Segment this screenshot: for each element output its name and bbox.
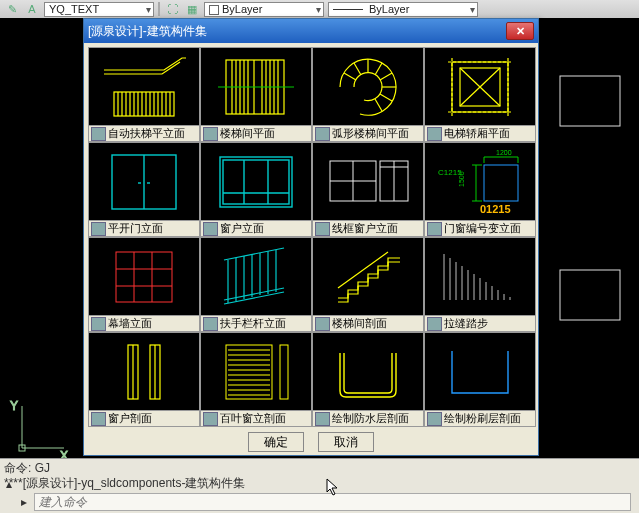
pen-icon[interactable]: ✎ bbox=[4, 2, 20, 16]
thumb bbox=[201, 333, 311, 410]
cell-plaster-section[interactable]: 绘制粉刷层剖面 bbox=[424, 332, 536, 427]
cell-escalator[interactable]: 自动扶梯平立面 bbox=[88, 47, 200, 142]
cancel-button[interactable]: 取消 bbox=[318, 432, 374, 452]
thumb bbox=[89, 333, 199, 410]
cell-stair-section[interactable]: 楼梯间剖面 bbox=[312, 237, 424, 332]
thumb bbox=[313, 238, 423, 315]
cell-label: 弧形楼梯间平面 bbox=[313, 125, 423, 141]
command-input[interactable] bbox=[34, 493, 631, 511]
cell-railing[interactable]: 扶手栏杆立面 bbox=[200, 237, 312, 332]
layer-dropdown-label: ByLayer bbox=[222, 3, 262, 15]
thumb bbox=[89, 48, 199, 125]
ok-button[interactable]: 确定 bbox=[248, 432, 304, 452]
char-icon[interactable]: A bbox=[24, 2, 40, 16]
svg-line-36 bbox=[375, 63, 382, 75]
cell-label: 窗户剖面 bbox=[89, 410, 199, 426]
cell-window-elev[interactable]: 窗户立面 bbox=[200, 142, 312, 237]
command-history-line: 命令: GJ bbox=[4, 461, 635, 476]
svg-line-39 bbox=[380, 94, 392, 101]
svg-rect-115 bbox=[280, 345, 288, 399]
thumb bbox=[313, 333, 423, 410]
svg-text:X: X bbox=[60, 449, 68, 458]
cell-label: 幕墙立面 bbox=[89, 315, 199, 331]
svg-rect-104 bbox=[226, 345, 272, 399]
svg-line-41 bbox=[354, 63, 361, 75]
cell-label: 楼梯间平面 bbox=[201, 125, 311, 141]
cell-label: 平开门立面 bbox=[89, 220, 199, 236]
cell-window-coding[interactable]: 1200 1500 C1215 01215 门窗编号变立面 bbox=[424, 142, 536, 237]
svg-line-42 bbox=[344, 73, 356, 80]
svg-line-78 bbox=[224, 248, 284, 260]
thumb bbox=[201, 143, 311, 220]
svg-line-37 bbox=[380, 73, 392, 80]
svg-text:Y: Y bbox=[10, 399, 18, 413]
cell-label: 窗户立面 bbox=[201, 220, 311, 236]
svg-rect-56 bbox=[223, 160, 289, 204]
thumb bbox=[425, 333, 535, 410]
layer-icon[interactable]: ⛶ bbox=[164, 2, 180, 16]
thumb bbox=[89, 238, 199, 315]
dim-w: 1200 bbox=[496, 149, 512, 156]
svg-rect-55 bbox=[220, 157, 292, 207]
cell-label: 拉缝踏步 bbox=[425, 315, 535, 331]
cell-label: 绘制防水层剖面 bbox=[313, 410, 423, 426]
cell-louver[interactable]: 百叶窗立剖面 bbox=[200, 332, 312, 427]
svg-rect-66 bbox=[484, 165, 518, 201]
thumb bbox=[425, 238, 535, 315]
prompt-icon: ▸ bbox=[18, 496, 30, 508]
layer-dropdown[interactable]: ByLayer bbox=[204, 2, 324, 17]
close-button[interactable]: ✕ bbox=[506, 22, 534, 40]
svg-rect-0 bbox=[560, 76, 620, 126]
cell-label: 绘制粉刷层剖面 bbox=[425, 410, 535, 426]
command-history-line: ****[源泉设计]-yq_sldcomponents-建筑构件集 bbox=[4, 476, 635, 491]
thumb bbox=[313, 48, 423, 125]
cell-label: 楼梯间剖面 bbox=[313, 315, 423, 331]
svg-rect-73 bbox=[116, 252, 172, 302]
thumb: 1200 1500 C1215 01215 bbox=[425, 143, 535, 220]
dim-codebig: 01215 bbox=[480, 203, 511, 215]
cell-label: 百叶窗立剖面 bbox=[201, 410, 311, 426]
dialog-title-text: [源泉设计]-建筑构件集 bbox=[88, 23, 207, 40]
dialog-buttons: 确定 取消 bbox=[88, 427, 534, 452]
cell-label: 电梯轿厢平面 bbox=[425, 125, 535, 141]
cell-label: 门窗编号变立面 bbox=[425, 220, 535, 236]
thumb bbox=[425, 48, 535, 125]
cell-window-section[interactable]: 窗户剖面 bbox=[88, 332, 200, 427]
cell-curved-stair[interactable]: 弧形楼梯间平面 bbox=[312, 47, 424, 142]
scroll-up-icon[interactable]: ▴ bbox=[4, 477, 14, 491]
thumb bbox=[313, 143, 423, 220]
cell-elevator-plan[interactable]: 电梯轿厢平面 bbox=[424, 47, 536, 142]
cell-label: 线框窗户立面 bbox=[313, 220, 423, 236]
cell-label: 自动扶梯平立面 bbox=[89, 125, 199, 141]
separator bbox=[158, 2, 160, 16]
cell-wireframe-window[interactable]: 线框窗户立面 bbox=[312, 142, 424, 237]
linetype-dropdown[interactable]: ByLayer bbox=[328, 2, 478, 17]
cell-door-elev[interactable]: 平开门立面 bbox=[88, 142, 200, 237]
component-grid: 自动扶梯平立面 楼梯间平面 bbox=[88, 47, 536, 427]
cell-label: 扶手栏杆立面 bbox=[201, 315, 311, 331]
style-dropdown[interactable]: YQ_TEXT bbox=[44, 2, 154, 17]
dialog-titlebar[interactable]: [源泉设计]-建筑构件集 ✕ bbox=[84, 19, 538, 43]
svg-rect-1 bbox=[560, 270, 620, 320]
top-toolbar: ✎ A YQ_TEXT ⛶ ▦ ByLayer ByLayer bbox=[0, 0, 639, 18]
dim-code: C1215 bbox=[438, 168, 462, 177]
thumb bbox=[89, 143, 199, 220]
cell-waterproof-section[interactable]: 绘制防水层剖面 bbox=[312, 332, 424, 427]
thumb bbox=[201, 238, 311, 315]
cell-joint-step[interactable]: 拉缝踏步 bbox=[424, 237, 536, 332]
component-dialog: [源泉设计]-建筑构件集 ✕ 自动扶梯平立面 bbox=[83, 18, 539, 456]
color-icon[interactable]: ▦ bbox=[184, 2, 200, 16]
cell-curtainwall[interactable]: 幕墙立面 bbox=[88, 237, 200, 332]
dialog-body: 自动扶梯平立面 楼梯间平面 bbox=[84, 43, 538, 456]
svg-rect-7 bbox=[114, 92, 174, 116]
command-area: 命令: GJ ****[源泉设计]-yq_sldcomponents-建筑构件集… bbox=[0, 458, 639, 513]
linetype-dropdown-label: ByLayer bbox=[369, 3, 409, 15]
cell-stair-plan[interactable]: 楼梯间平面 bbox=[200, 47, 312, 142]
svg-line-40 bbox=[375, 99, 382, 111]
thumb bbox=[201, 48, 311, 125]
